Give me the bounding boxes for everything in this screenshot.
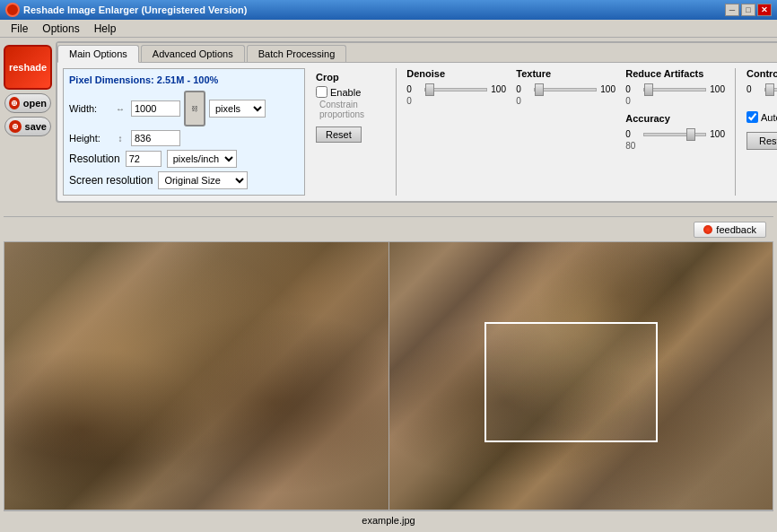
width-link-icon: ↔	[113, 101, 127, 116]
texture-slider-row: 0 100	[516, 84, 615, 94]
feedback-button[interactable]: feedback	[694, 222, 766, 238]
texture-title: Texture	[516, 68, 615, 79]
menu-bar: File Options Help	[0, 20, 777, 38]
reduce-artifacts-max: 100	[710, 84, 724, 94]
accuracy-title: Accuracy	[625, 113, 724, 124]
texture-group: Texture 0 100 0	[516, 68, 615, 196]
tab-advanced-options[interactable]: Advanced Options	[141, 45, 245, 62]
denoise-title: Denoise	[406, 68, 505, 79]
maximize-button[interactable]: □	[741, 4, 755, 16]
close-button[interactable]: ✕	[757, 4, 772, 16]
resolution-input[interactable]	[126, 151, 162, 167]
auto-adjust-row: Auto Adjust	[746, 111, 777, 123]
window-title: Reshade Image Enlarger (Unregistered Ver…	[23, 4, 247, 15]
control-min: 0	[746, 84, 761, 94]
screen-resolution-select[interactable]: Original Size Fit to Screen Custom	[158, 171, 248, 189]
left-image	[4, 242, 388, 510]
title-bar: Reshade Image Enlarger (Unregistered Ver…	[0, 0, 777, 20]
height-input[interactable]	[131, 130, 180, 146]
selection-rectangle	[485, 322, 657, 442]
reduce-artifacts-slider[interactable]	[643, 88, 706, 92]
feedback-bar: feedback	[4, 216, 773, 241]
reduce-artifacts-group: Reduce Artifacts 0 100 0	[625, 68, 724, 106]
denoise-max-val: 100	[491, 84, 505, 94]
crop-constrain-label: Constrain proportions	[319, 100, 381, 119]
control-slider[interactable]	[764, 88, 777, 92]
resolution-label: Resolution	[69, 153, 120, 165]
height-link-icon: ↕	[113, 131, 127, 145]
menu-help[interactable]: Help	[87, 21, 124, 37]
texture-min-val: 0	[516, 84, 530, 94]
accuracy-val: 80	[625, 141, 635, 151]
reduce-artifacts-labels: 0	[625, 96, 706, 106]
width-input[interactable]	[131, 100, 180, 117]
denoise-labels: 0	[406, 96, 487, 106]
images-area	[4, 241, 773, 510]
open-button[interactable]: ⊕ open	[4, 93, 51, 113]
options-panel: Main Options Advanced Options Batch Proc…	[56, 41, 777, 203]
app-logo: reshade	[4, 45, 52, 90]
width-row: Width: ↔ ⛓ pixels percent inches cm	[69, 91, 299, 126]
resolution-row: Resolution pixels/inch	[69, 150, 299, 168]
denoise-min-val: 0	[406, 84, 421, 94]
screen-resolution-row: Screen resolution Original Size Fit to S…	[69, 171, 299, 189]
accuracy-slider[interactable]	[643, 133, 706, 136]
open-label: open	[23, 98, 47, 109]
right-image	[389, 242, 773, 510]
auto-adjust-checkbox[interactable]	[746, 111, 758, 123]
link-chain-icon: ⛓	[184, 91, 205, 126]
bottom-sliders: Reduce Artifacts 0 100 0	[625, 68, 724, 196]
texture-labels: 0	[516, 96, 597, 106]
feedback-label: feedback	[716, 224, 756, 235]
main-window: reshade ⊕ open ⊕ save Main Options Advan…	[0, 38, 777, 532]
texture-max-val: 100	[600, 84, 615, 94]
save-label: save	[25, 121, 47, 132]
control-title: Control	[746, 68, 777, 79]
logo-text: reshade	[9, 62, 47, 73]
pixel-dimensions-title: Pixel Dimensions: 2.51M - 100%	[69, 74, 299, 85]
restore-defaults-button[interactable]: Restore Defaults	[746, 132, 777, 150]
separator-1	[396, 68, 397, 196]
pixel-dimensions-section: Pixel Dimensions: 2.51M - 100% Width: ↔ …	[63, 68, 305, 196]
options-row: reshade ⊕ open ⊕ save Main Options Advan…	[4, 41, 773, 216]
status-filename: example.jpg	[362, 515, 415, 526]
denoise-slider-row: 0 100	[406, 84, 505, 94]
tab-main-options[interactable]: Main Options	[57, 45, 139, 63]
accuracy-group: Accuracy 0 100 80	[625, 113, 724, 151]
sidebar: reshade ⊕ open ⊕ save	[4, 41, 52, 136]
crop-enable-label: Enable	[330, 87, 361, 98]
texture-slider[interactable]	[534, 88, 597, 92]
minimize-button[interactable]: ─	[725, 4, 739, 16]
menu-options[interactable]: Options	[35, 21, 86, 37]
screen-label: Screen resolution	[69, 174, 153, 187]
auto-adjust-label: Auto Adjust	[761, 112, 777, 123]
denoise-label-val: 0	[406, 96, 412, 106]
denoise-slider[interactable]	[424, 88, 487, 92]
width-label: Width:	[69, 103, 109, 114]
height-label: Height:	[69, 133, 109, 144]
tabs: Main Options Advanced Options Batch Proc…	[57, 43, 777, 63]
menu-file[interactable]: File	[4, 21, 35, 37]
left-image-panel	[4, 242, 389, 510]
reduce-artifacts-val: 0	[625, 96, 631, 106]
crop-reset-button[interactable]: Reset	[316, 126, 362, 143]
accuracy-slider-row: 0 100	[625, 129, 724, 139]
reduce-artifacts-title: Reduce Artifacts	[625, 68, 724, 79]
accuracy-max: 100	[710, 129, 724, 139]
height-row: Height: ↕	[69, 130, 299, 146]
crop-enable-row: Enable	[316, 86, 381, 98]
right-image-panel	[389, 242, 773, 510]
accuracy-min: 0	[625, 129, 640, 139]
unit-select[interactable]: pixels percent inches cm	[209, 100, 266, 118]
control-center-label: 1	[746, 96, 777, 106]
resolution-unit-select[interactable]: pixels/inch	[167, 150, 237, 168]
save-button[interactable]: ⊕ save	[4, 117, 51, 136]
tab-content: Pixel Dimensions: 2.51M - 100% Width: ↔ …	[57, 63, 777, 201]
reduce-artifacts-slider-row: 0 100	[625, 84, 724, 94]
crop-section: Crop Enable Constrain proportions Reset	[312, 68, 385, 196]
separator-2	[735, 68, 736, 196]
control-section: Control 0 100 1 Auto Adjust Restore Defa…	[746, 68, 777, 196]
sliders-section: Denoise 0 100 0 Texture	[406, 68, 724, 196]
tab-batch-processing[interactable]: Batch Processing	[247, 45, 347, 62]
crop-enable-checkbox[interactable]	[316, 86, 327, 98]
